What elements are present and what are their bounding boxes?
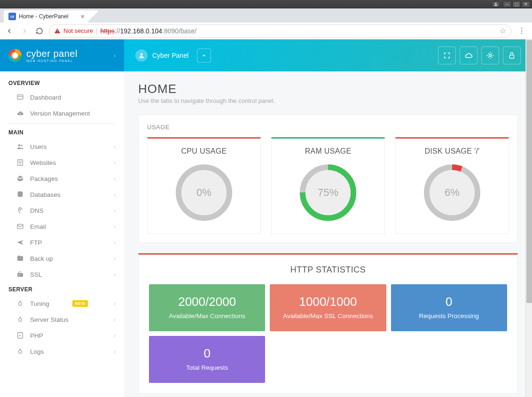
sidebar-item-users[interactable]: Users›: [0, 139, 124, 155]
browser-menu-button[interactable]: ⋮: [515, 26, 528, 35]
sidebar-item-websites[interactable]: Websites›: [0, 155, 124, 171]
usage-panel-title: USAGE: [147, 124, 509, 131]
svg-rect-2: [57, 32, 57, 32]
scrollbar-thumb[interactable]: [526, 40, 532, 303]
stat-label: Available/Max Connections: [155, 312, 259, 321]
user-dropdown-button[interactable]: [197, 48, 211, 62]
usage-card-title: DISK USAGE '/': [400, 147, 504, 156]
sidebar-item-label: DNS: [30, 207, 44, 214]
chevron-right-icon: ›: [114, 301, 116, 306]
ssl-icon: [16, 271, 24, 278]
php-icon: [16, 332, 24, 339]
os-titlebar: ─ ▢ ✕: [0, 0, 532, 8]
sidebar-item-logs[interactable]: Logs›: [0, 343, 124, 359]
sidebar-item-label: SSL: [30, 271, 42, 278]
http-stats-title: HTTP STATISTICS: [149, 265, 507, 275]
flame-icon: [16, 316, 24, 323]
cloud-button[interactable]: [460, 47, 477, 64]
tab-close-icon[interactable]: ×: [81, 13, 85, 20]
chevron-right-icon: ›: [114, 160, 116, 165]
app-root: cyber panel WEB HOSTING PANEL ‹ OVERVIEW…: [0, 39, 532, 397]
svg-point-0: [495, 3, 496, 4]
browser-tab[interactable]: UI Home - CyberPanel ×: [4, 10, 88, 23]
usage-value: 6%: [422, 162, 483, 223]
chevron-right-icon: ›: [114, 272, 116, 277]
sidebar-item-databases[interactable]: Databases›: [0, 187, 124, 202]
chevron-right-icon: ›: [114, 333, 116, 338]
user-chip[interactable]: Cyber Panel: [135, 48, 211, 62]
user-avatar-icon: [135, 49, 148, 62]
brand-subtitle: WEB HOSTING PANEL: [26, 59, 78, 62]
sidebar-collapse-icon[interactable]: ‹: [114, 53, 116, 58]
sidebar-item-back-up[interactable]: Back up›: [0, 250, 124, 266]
stat-number: 2000/2000: [155, 295, 259, 309]
page-title: HOME: [138, 82, 518, 96]
forward-button[interactable]: [19, 25, 30, 37]
sidebar-item-dashboard[interactable]: Dashboard: [0, 89, 124, 105]
brand-name: cyber panel: [26, 49, 78, 58]
backup-icon: [16, 255, 24, 262]
section-main: MAIN: [0, 125, 124, 139]
usage-value: 75%: [297, 162, 359, 223]
chevron-right-icon: ›: [114, 224, 116, 229]
sidebar-item-label: Databases: [30, 191, 61, 198]
os-minimize-button[interactable]: ─: [503, 1, 511, 8]
chevron-right-icon: ›: [114, 208, 116, 213]
usage-donut: 75%: [297, 162, 359, 223]
packages-icon: [16, 175, 24, 182]
sidebar-item-label: Tuning: [30, 300, 49, 307]
svg-point-11: [18, 274, 19, 275]
usage-value: 0%: [173, 162, 235, 223]
settings-button[interactable]: [481, 47, 499, 64]
usage-panel: USAGE CPU USAGE0%RAM USAGE75%DISK USAGE …: [138, 115, 518, 243]
sidebar-item-packages[interactable]: Packages›: [0, 171, 124, 187]
database-icon: [16, 191, 24, 198]
usage-card-title: CPU USAGE: [152, 147, 256, 156]
address-bar[interactable]: Not secure | https://192.168.0.104:8090/…: [49, 24, 511, 38]
stat-box-available-max-connections: 2000/2000Available/Max Connections: [149, 284, 265, 331]
sidebar-item-version-management[interactable]: Version Management: [0, 105, 124, 121]
stat-box-available-max-ssl-connections: 1000/1000Available/Max SSL Connections: [270, 284, 386, 331]
url-host: 192.168.0.104: [120, 27, 163, 35]
websites-icon: [16, 159, 24, 166]
stat-label: Requests Processing: [397, 312, 501, 321]
ftp-icon: [16, 239, 24, 246]
bookmark-star-icon[interactable]: ☆: [500, 26, 506, 35]
stat-box-total-requests: 0Total Requests: [149, 336, 265, 383]
lock-button[interactable]: [503, 47, 521, 64]
sidebar-item-email[interactable]: Email›: [0, 218, 124, 234]
sidebar-item-ftp[interactable]: FTP›: [0, 234, 124, 250]
users-icon: [16, 143, 24, 150]
svg-rect-6: [18, 160, 23, 165]
sidebar-item-php[interactable]: PHP›: [0, 327, 124, 343]
user-name: Cyber Panel: [152, 52, 188, 59]
sidebar-item-label: Email: [30, 223, 46, 230]
sidebar-divider: [8, 123, 116, 124]
os-close-button[interactable]: ✕: [522, 1, 530, 8]
chevron-right-icon: ›: [114, 176, 116, 181]
sidebar-scroll[interactable]: OVERVIEW DashboardVersion Management MAI…: [0, 71, 124, 397]
chevron-right-icon: ›: [114, 144, 116, 149]
section-overview: OVERVIEW: [0, 76, 124, 89]
sidebar-item-tuning[interactable]: TuningNEW›: [0, 296, 124, 311]
reload-button[interactable]: [34, 25, 45, 37]
sidebar-item-ssl[interactable]: SSL›: [0, 266, 124, 282]
sidebar-item-label: Back up: [30, 255, 53, 262]
dns-icon: [16, 207, 24, 214]
usage-card-ram-usage: RAM USAGE75%: [271, 137, 385, 234]
sidebar-item-label: Packages: [30, 175, 58, 182]
fullscreen-button[interactable]: [438, 47, 456, 64]
os-maximize-button[interactable]: ▢: [512, 1, 521, 8]
tab-corner: [88, 10, 98, 23]
chevron-right-icon: ›: [114, 192, 116, 197]
flame-icon: [16, 348, 24, 355]
sidebar-item-dns[interactable]: DNS›: [0, 202, 124, 218]
os-user-icon[interactable]: [492, 1, 500, 8]
vertical-scrollbar[interactable]: [525, 39, 532, 397]
section-server: SERVER: [0, 282, 124, 296]
sidebar-item-server-status[interactable]: Server Status›: [0, 311, 124, 327]
back-button[interactable]: [4, 25, 15, 37]
chevron-right-icon: ›: [114, 317, 116, 322]
url-scheme: https: [101, 27, 115, 35]
stat-number: 0: [155, 346, 259, 361]
